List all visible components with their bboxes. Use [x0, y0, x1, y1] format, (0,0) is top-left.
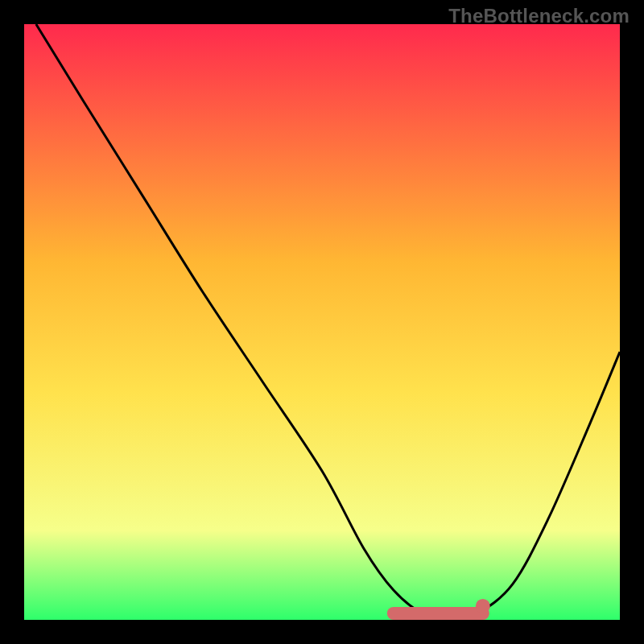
chart-svg — [24, 24, 620, 620]
optimal-end-marker — [476, 599, 490, 613]
chart-frame: TheBottleneck.com — [0, 0, 644, 644]
plot-area — [24, 24, 620, 620]
gradient-background — [24, 24, 620, 620]
